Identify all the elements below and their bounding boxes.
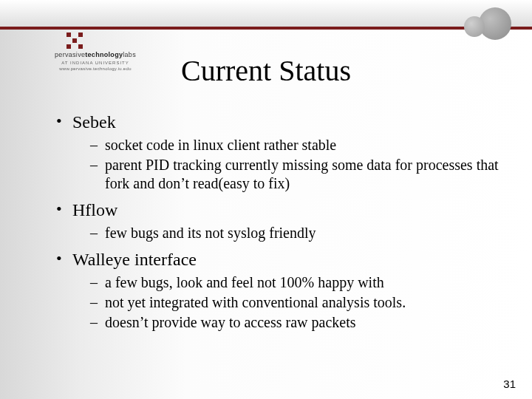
slide-title: Current Status (0, 53, 532, 88)
bullet-2-text: Hflow (72, 200, 117, 219)
bullet-3-text: Walleye interface (72, 250, 197, 269)
page-number: 31 (503, 378, 516, 390)
logo-icon (66, 33, 83, 49)
bullet-1-sub-1: socket code in linux client rather stabl… (72, 136, 502, 154)
bullet-1-sub-2: parent PID tracking currently missing so… (72, 156, 502, 193)
slide-content: Sebek socket code in linux client rather… (52, 111, 502, 338)
bullet-3-sub-1: a few bugs, look and feel not 100% happy… (72, 273, 502, 292)
slide: pervasivetechnologylabs AT INDIANA UNIVE… (0, 0, 532, 399)
bullet-1-text: Sebek (72, 112, 116, 132)
bullet-2: Hflow few bugs and its not syslog friend… (52, 199, 502, 242)
bullet-3-sub-2: not yet integrated with conventional ana… (72, 293, 502, 312)
bullet-3: Walleye interface a few bugs, look and f… (52, 248, 502, 332)
bullet-3-sub-3: doesn’t provide way to access raw packet… (72, 313, 502, 332)
bullet-2-sub-1: few bugs and its not syslog friendly (72, 224, 502, 242)
decor-circle-small (464, 16, 485, 37)
bullet-1: Sebek socket code in linux client rather… (52, 111, 502, 193)
top-bar (0, 0, 532, 30)
